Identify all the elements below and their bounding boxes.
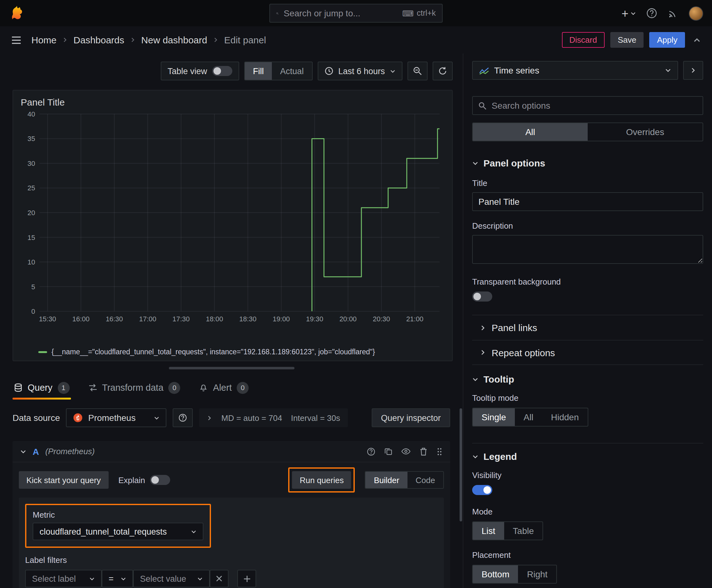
grafana-edit-panel: ⌨ ctrl+k + bbox=[0, 0, 712, 588]
svg-text:10: 10 bbox=[27, 258, 35, 266]
grafana-logo[interactable] bbox=[9, 5, 25, 21]
options-search[interactable] bbox=[472, 96, 703, 115]
tab-transform[interactable]: Transform data 0 bbox=[87, 376, 182, 400]
run-queries-button[interactable]: Run queries bbox=[292, 471, 351, 489]
tab-alert[interactable]: Alert 0 bbox=[198, 376, 250, 400]
tab-overrides[interactable]: Overrides bbox=[588, 123, 703, 141]
panel-options-header[interactable]: Panel options bbox=[472, 158, 703, 168]
drag-handle-icon[interactable] bbox=[436, 447, 443, 456]
vertical-scrollbar[interactable] bbox=[459, 408, 462, 521]
panel-links-section[interactable]: Panel links bbox=[472, 315, 703, 340]
zoom-out-button[interactable] bbox=[408, 62, 428, 80]
apply-button[interactable]: Apply bbox=[649, 32, 685, 48]
description-input[interactable] bbox=[472, 235, 703, 264]
legend-swatch bbox=[38, 351, 47, 353]
select-label-dropdown[interactable]: Select label bbox=[25, 570, 102, 587]
metric-select[interactable]: cloudflared_tunnel_total_requests bbox=[33, 523, 203, 540]
chart-legend[interactable]: {__name__="cloudflared_tunnel_total_requ… bbox=[21, 347, 445, 356]
metric-value: cloudflared_tunnel_total_requests bbox=[40, 527, 167, 536]
query-row-datasource: (Prometheus) bbox=[45, 447, 360, 456]
svg-text:15:30: 15:30 bbox=[39, 315, 56, 323]
all-overrides-tabs: All Overrides bbox=[472, 123, 703, 141]
placement-right-option[interactable]: Right bbox=[518, 565, 556, 583]
remove-filter-button[interactable] bbox=[210, 570, 229, 587]
tooltip-all-option[interactable]: All bbox=[515, 408, 542, 426]
query-editor-body: Metric cloudflared_tunnel_total_requests… bbox=[19, 498, 444, 588]
chevron-down-icon bbox=[89, 576, 95, 582]
global-search-input[interactable] bbox=[283, 8, 397, 18]
query-row-header[interactable]: A (Prometheus) bbox=[13, 441, 450, 462]
builder-option[interactable]: Builder bbox=[366, 472, 408, 488]
tab-all[interactable]: All bbox=[473, 123, 588, 141]
actual-option[interactable]: Actual bbox=[272, 62, 312, 80]
tab-query[interactable]: Query 1 bbox=[13, 376, 71, 400]
chevron-down-icon bbox=[472, 160, 478, 166]
query-options-collapsed[interactable]: MD = auto = 704 Interval = 30s bbox=[199, 408, 348, 427]
time-range-picker[interactable]: Last 6 hours bbox=[317, 62, 403, 80]
timeseries-chart[interactable]: 051015202530354015:3016:0016:3017:0017:3… bbox=[21, 109, 445, 326]
menu-icon[interactable] bbox=[9, 33, 24, 47]
legend-mode-group: List Table bbox=[472, 521, 543, 540]
news-icon[interactable] bbox=[667, 7, 679, 19]
transparent-bg-label: Transparent background bbox=[472, 277, 703, 287]
breadcrumb-home[interactable]: Home bbox=[31, 35, 57, 45]
svg-text:17:30: 17:30 bbox=[172, 315, 190, 323]
transparent-bg-switch[interactable] bbox=[472, 292, 492, 301]
query-row-card: A (Prometheus) Kick start your query Exp… bbox=[13, 441, 450, 588]
breadcrumb-dashboards[interactable]: Dashboards bbox=[73, 35, 124, 45]
add-menu-button[interactable]: + bbox=[622, 7, 636, 19]
help-circle-icon[interactable] bbox=[367, 447, 375, 456]
tooltip-single-option[interactable]: Single bbox=[473, 408, 515, 426]
repeat-options-section[interactable]: Repeat options bbox=[472, 340, 703, 365]
datasource-row: Data source Prometheus MD = au bbox=[0, 408, 463, 427]
legend-label[interactable]: {__name__="cloudflared_tunnel_total_requ… bbox=[51, 348, 375, 356]
max-data-points: MD = auto = 704 bbox=[221, 413, 282, 422]
options-search-input[interactable] bbox=[492, 101, 697, 110]
legend-header[interactable]: Legend bbox=[472, 451, 703, 462]
refresh-button[interactable] bbox=[433, 62, 453, 80]
search-icon bbox=[276, 9, 278, 17]
code-option[interactable]: Code bbox=[408, 472, 443, 488]
visualization-picker[interactable]: Time series bbox=[472, 61, 678, 80]
save-button[interactable]: Save bbox=[610, 32, 644, 48]
user-avatar[interactable] bbox=[689, 6, 703, 20]
chevron-down-icon[interactable] bbox=[20, 448, 26, 455]
datasource-help-button[interactable] bbox=[173, 408, 193, 427]
trash-icon[interactable] bbox=[419, 447, 428, 456]
discard-button[interactable]: Discard bbox=[562, 32, 605, 48]
svg-text:0: 0 bbox=[31, 308, 35, 315]
query-inspector-button[interactable]: Query inspector bbox=[371, 408, 450, 427]
operator-dropdown[interactable]: = bbox=[102, 570, 133, 587]
visibility-switch[interactable] bbox=[472, 485, 492, 495]
tooltip-mode-label: Tooltip mode bbox=[472, 393, 703, 403]
tooltip-hidden-option[interactable]: Hidden bbox=[542, 408, 588, 426]
breadcrumb-new-dashboard[interactable]: New dashboard bbox=[141, 35, 207, 45]
mode-table-option[interactable]: Table bbox=[504, 522, 543, 540]
datasource-picker[interactable]: Prometheus bbox=[66, 408, 167, 427]
help-icon[interactable] bbox=[646, 7, 657, 19]
placement-bottom-option[interactable]: Bottom bbox=[473, 565, 518, 583]
chevron-down-icon bbox=[154, 415, 160, 421]
chevron-up-icon[interactable] bbox=[691, 34, 703, 46]
eye-icon[interactable] bbox=[401, 447, 411, 456]
fill-option[interactable]: Fill bbox=[245, 62, 272, 80]
tooltip-mode-group: Single All Hidden bbox=[472, 408, 588, 426]
select-value-dropdown[interactable]: Select value bbox=[133, 570, 210, 587]
table-view-switch[interactable] bbox=[212, 66, 232, 76]
resize-handle[interactable] bbox=[169, 367, 294, 370]
tooltip-header[interactable]: Tooltip bbox=[472, 374, 703, 384]
search-icon bbox=[478, 102, 487, 110]
add-filter-button[interactable] bbox=[237, 570, 256, 587]
copy-icon[interactable] bbox=[384, 447, 392, 456]
mode-list-option[interactable]: List bbox=[473, 522, 504, 540]
table-view-toggle[interactable]: Table view bbox=[161, 62, 239, 80]
global-search[interactable]: ⌨ ctrl+k bbox=[269, 4, 443, 23]
collapse-options-button[interactable] bbox=[683, 61, 703, 80]
explain-switch[interactable] bbox=[150, 475, 170, 485]
kick-start-button[interactable]: Kick start your query bbox=[19, 471, 108, 489]
svg-text:20: 20 bbox=[27, 209, 35, 217]
svg-text:5: 5 bbox=[31, 283, 35, 291]
refresh-icon bbox=[438, 67, 447, 76]
chevron-down-icon bbox=[472, 376, 478, 382]
panel-title-input[interactable] bbox=[472, 192, 703, 211]
